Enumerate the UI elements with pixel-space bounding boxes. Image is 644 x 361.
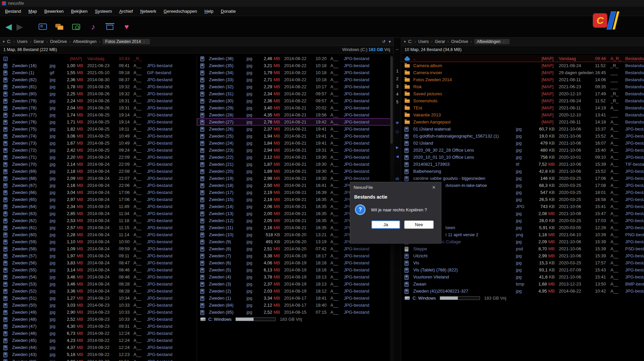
file-row[interactable]: Zweden (79) jpg 2,24MB 2014-08-26 19:31 … bbox=[0, 97, 197, 104]
diamond-icon[interactable]: ◈ bbox=[396, 120, 399, 125]
file-row[interactable]: Zweden (63) jpg 2,85MB 2014-08-24 11:34 … bbox=[0, 210, 197, 217]
file-row[interactable]: Zweden (59) jpg 1,10MB 2014-08-24 10:00 … bbox=[0, 238, 197, 245]
file-row[interactable]: Zweden (7) jpg 3,38MB 2014-08-19 18:17 A… bbox=[197, 252, 393, 259]
file-row[interactable]: Zweden (83) jpg 2,98MB 2014-08-22 11:51 … bbox=[0, 358, 197, 361]
file-row[interactable]: Zweden (44) jpg 4,37MB 2014-08-22 12:24 … bbox=[0, 344, 197, 351]
breadcrumb-segment[interactable]: Afbeeldingen bbox=[474, 39, 509, 44]
file-row[interactable]: Zweden (30) jpg 2,36MB 2014-08-22 09:57 … bbox=[197, 97, 393, 104]
file-row[interactable]: Zweden (74) jpg 3,06MB 2014-08-25 10:49 … bbox=[0, 133, 197, 140]
file-row[interactable]: 2020_10_01 10_10 Office Lens jpg 756KB 2… bbox=[401, 154, 644, 161]
menu-item[interactable]: Bewerken bbox=[41, 7, 67, 15]
breadcrumb-segment[interactable]: C: bbox=[7, 39, 17, 44]
file-row[interactable]: Zweden (77) jpg 1,74MB 2014-08-25 19:14 … bbox=[0, 111, 197, 118]
file-row[interactable]: Fotos Zweden 2014 [MAP] 2021-08-11 14:06… bbox=[401, 76, 644, 83]
pane-tab-number[interactable]: 4 bbox=[396, 92, 398, 97]
file-row[interactable]: Vis jpg 15,3KB 2020-03-25 17:57 A__ JPG-… bbox=[401, 259, 644, 266]
file-row[interactable]: Balbeheersing jpg 42,8KB 2021-10-06 15:5… bbox=[401, 168, 644, 175]
file-row[interactable]: Zweden (32) jpg 2,29MB 2014-08-22 10:17 … bbox=[197, 83, 393, 90]
back-button[interactable]: ◀ bbox=[5, 22, 12, 31]
file-row[interactable]: Camera-album [MAP] 2021-08-24 11:52 _R_ … bbox=[401, 62, 644, 69]
breadcrumb-segment[interactable]: Gerar bbox=[34, 39, 50, 44]
file-row[interactable]: Zweden (73) jpg 1,67MB 2014-08-25 10:49 … bbox=[0, 140, 197, 147]
file-row[interactable]: Zwaan bmp 1,68MB 2013-12-23 13:50 A__ BM… bbox=[401, 280, 644, 288]
file-row[interactable]: Zweden (22) jpg 2,12MB 2014-08-21 19:30 … bbox=[197, 154, 393, 161]
file-row[interactable]: 2020_09_30 22_28 Office Lens jpg 480KB 2… bbox=[401, 147, 644, 154]
chevron-down-icon[interactable]: ▾ bbox=[389, 39, 391, 44]
file-row[interactable]: Zweden (24) jpg 1,84MB 2014-08-21 19:41 … bbox=[197, 140, 393, 147]
favorites-button[interactable]: ♥ bbox=[120, 21, 133, 33]
file-row[interactable]: Zweden (76) jpg 1,71MB 2014-08-25 19:14 … bbox=[0, 118, 197, 125]
file-row[interactable]: Zweden (3) jpg 2,37MB 2014-08-19 18:13 A… bbox=[197, 280, 393, 288]
file-row[interactable]: Risk [MAP] 2021-06-23 09:35 ___ Bestands… bbox=[401, 83, 644, 90]
file-row[interactable]: Zweden (41)201408221-327 jpg 4,95MB 2014… bbox=[401, 288, 644, 295]
file-row[interactable]: Zweden (27) jpg 2,76MB 2014-08-21 19:42 … bbox=[197, 118, 393, 125]
file-row[interactable]: Zweden (55) jpg 3,14MB 2014-08-24 08:46 … bbox=[0, 266, 197, 273]
chevron-down-icon[interactable]: ▾ bbox=[3, 39, 5, 44]
breadcrumb-segment[interactable]: Gerar bbox=[435, 39, 451, 44]
file-row[interactable]: Zweden Aangepast [MAP] 2021-08-11 14:18 … bbox=[401, 118, 644, 125]
menu-item[interactable]: Netwerk bbox=[137, 7, 160, 15]
file-row[interactable]: Saved pictures [MAP] 2020-12-10 17:49 _R… bbox=[401, 90, 644, 97]
arrow-left-icon[interactable]: ◀ bbox=[396, 154, 398, 159]
file-row[interactable]: Zweden (33) jpg 2,71MB 2014-08-22 10:18 … bbox=[197, 76, 393, 83]
file-row[interactable]: Steppe psd 8,70MB 2021-10-06 15:39 A__ P… bbox=[401, 245, 644, 252]
refresh-icon[interactable]: ↺ bbox=[382, 39, 385, 44]
file-row[interactable]: Zweden (25) jpg 1,94MB 2014-08-21 19:41 … bbox=[197, 133, 393, 140]
file-row[interactable]: Zweden (68) jpg 2,09MB 2014-08-24 22:07 … bbox=[0, 175, 197, 182]
file-row[interactable]: Zweden (35) jpg 3,21MB 2014-08-22 10:18 … bbox=[197, 62, 393, 69]
breadcrumb-segment[interactable]: Fotos Zweden 2014 bbox=[103, 39, 150, 44]
file-row[interactable]: Zweden (4) jpg 3,78MB 2014-08-19 18:13 A… bbox=[197, 273, 393, 280]
nee-button[interactable]: Nee bbox=[404, 220, 434, 229]
file-row[interactable]: Zweden (48) jpg 2,52MB 2014-08-23 10:33 … bbox=[0, 316, 197, 323]
file-row[interactable]: Screenshots [MAP] 2021-08-24 11:52 _R_ B… bbox=[401, 97, 644, 104]
file-row[interactable]: Zweden (47) jpg 4,30MB 2014-08-23 09:31 … bbox=[0, 323, 197, 330]
file-row[interactable]: Uitzicht jpg 2,99MB 2021-10-06 15:39 A__… bbox=[401, 252, 644, 259]
close-icon[interactable]: ✕ bbox=[430, 184, 438, 191]
file-row[interactable]: 01-goldfish-nationalgeographic_1567132 (… bbox=[401, 133, 644, 140]
file-row[interactable]: .. [MAP] Vandaag 09:46 A_R_ Bestandsmap bbox=[401, 55, 644, 62]
file-row[interactable]: 20140821_173903 tif 7,52MB 2021-10-06 15… bbox=[401, 161, 644, 168]
file-row[interactable]: Zweden (60) jpg 2,28MB 2014-08-24 11:14 … bbox=[0, 231, 197, 238]
file-row[interactable]: Zweden (57) jpg 1,97MB 2014-08-24 09:11 … bbox=[0, 252, 197, 259]
file-row[interactable]: Zweden (51) jpg 1,27MB 2014-08-23 10:34 … bbox=[0, 295, 197, 302]
file-row[interactable]: Zweden (1) jpg 3,34MB 2014-08-17 18:41 A… bbox=[197, 295, 393, 302]
file-row[interactable]: Zweden (2) jpg 2,03MB 2014-08-19 18:12 A… bbox=[197, 288, 393, 295]
breadcrumb-segment[interactable]: Users bbox=[17, 39, 34, 44]
file-row[interactable]: Zweden (58) jpg 1,09MB 2014-08-24 09:59 … bbox=[0, 245, 197, 252]
menu-item[interactable]: Help bbox=[201, 7, 217, 15]
file-row[interactable]: Zweden (52) jpg 3,36MB 2014-08-24 08:28 … bbox=[0, 288, 197, 295]
file-row[interactable]: caroline sabbe goudvis - bijgesneden jpg… bbox=[401, 175, 644, 182]
file-row[interactable]: Zweden (49) jpg 2,90MB 2014-08-23 10:33 … bbox=[0, 309, 197, 316]
file-row[interactable]: Zweden (80) jpg 2,25MB 2014-08-26 19:32 … bbox=[0, 90, 197, 97]
drive-summary-row[interactable]: C: Windows 183 GB Vrij bbox=[197, 316, 393, 323]
file-row[interactable]: Zweden (64) jpg 2,34MB 2014-08-24 11:49 … bbox=[0, 203, 197, 210]
menu-item[interactable]: Bestand bbox=[1, 7, 25, 15]
file-row[interactable]: Zweden (23) jpg 2,94MB 2014-08-21 19:31 … bbox=[197, 147, 393, 154]
menu-item[interactable]: Bekijken bbox=[67, 7, 91, 15]
file-row[interactable]: Zweden (69) jpg 2,18MB 2014-08-24 22:08 … bbox=[0, 168, 197, 175]
file-row[interactable]: Zweden (20) jpg 1,89MB 2014-08-21 19:30 … bbox=[197, 168, 393, 175]
drive-summary-row[interactable]: C: Windows 183 GB Vrij bbox=[401, 295, 644, 302]
music-button[interactable]: ♪ bbox=[87, 21, 99, 33]
file-row[interactable]: Zweden (53) jpg 3,46MB 2014-08-24 08:28 … bbox=[0, 280, 197, 288]
file-row[interactable]: Zweden (62) jpg 2,53MB 2014-08-24 11:18 … bbox=[0, 217, 197, 224]
file-row[interactable]: Zweden (1) gif 1,55MB 2021-05-10 09:18 A… bbox=[0, 69, 197, 76]
file-row[interactable]: Zweden (54) jpg 3,46MB 2014-08-24 08:46 … bbox=[0, 273, 197, 280]
breadcrumb-segment[interactable]: OneDrive bbox=[50, 39, 73, 44]
diamond-outline-icon[interactable]: ◇ bbox=[396, 129, 399, 134]
file-row[interactable]: Zweden (36) jpg 2,46MB 2014-08-22 10:20 … bbox=[197, 55, 393, 62]
file-row[interactable]: TEst [MAP] 2021-08-11 14:19 A__ Bestands… bbox=[401, 104, 644, 111]
file-row[interactable]: Zweden (82) jpg 2,36MB 2014-08-30 08:37 … bbox=[0, 76, 197, 83]
file-row[interactable]: Zweden (72) jpg 2,42MB 2014-08-25 09:24 … bbox=[0, 147, 197, 154]
file-row[interactable]: Camera-invoer [MAP] 29 dagen geleden 16:… bbox=[401, 69, 644, 76]
pane-tab-number[interactable]: 5 bbox=[396, 100, 398, 104]
breadcrumb-segment[interactable]: Users bbox=[418, 39, 435, 44]
file-row[interactable]: Zweden (5) jpg 6,13MB 2014-08-19 18:16 A… bbox=[197, 266, 393, 273]
menu-item[interactable]: Donatie bbox=[217, 7, 239, 15]
archive-button[interactable] bbox=[103, 21, 116, 33]
view-button[interactable] bbox=[36, 21, 49, 33]
forward-button[interactable]: ▶ bbox=[16, 22, 23, 31]
scrollbar-thumb[interactable] bbox=[390, 56, 393, 144]
file-row[interactable]: Zweden (67) jpg 2,16MB 2014-08-24 22:06 … bbox=[0, 182, 197, 189]
file-row[interactable]: Zweden (29) jpg 3,40MB 2014-08-21 20:02 … bbox=[197, 104, 393, 111]
